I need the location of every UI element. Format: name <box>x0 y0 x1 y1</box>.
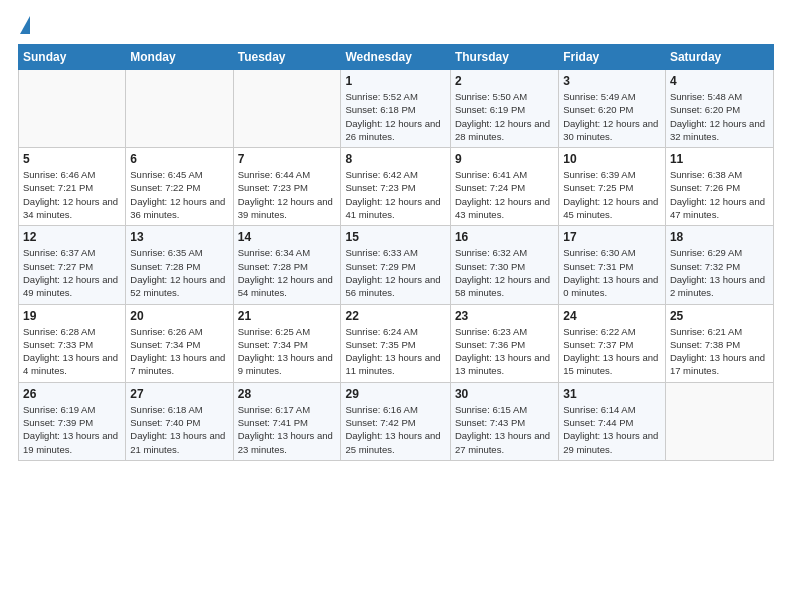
logo-text <box>18 16 30 34</box>
week-row-5: 26Sunrise: 6:19 AM Sunset: 7:39 PM Dayli… <box>19 382 774 460</box>
day-cell: 28Sunrise: 6:17 AM Sunset: 7:41 PM Dayli… <box>233 382 341 460</box>
day-number: 30 <box>455 387 554 401</box>
day-info: Sunrise: 6:35 AM Sunset: 7:28 PM Dayligh… <box>130 246 228 299</box>
weekday-header-sunday: Sunday <box>19 45 126 70</box>
day-cell: 12Sunrise: 6:37 AM Sunset: 7:27 PM Dayli… <box>19 226 126 304</box>
week-row-4: 19Sunrise: 6:28 AM Sunset: 7:33 PM Dayli… <box>19 304 774 382</box>
day-info: Sunrise: 6:15 AM Sunset: 7:43 PM Dayligh… <box>455 403 554 456</box>
logo <box>18 16 30 34</box>
day-number: 20 <box>130 309 228 323</box>
day-number: 16 <box>455 230 554 244</box>
day-cell: 4Sunrise: 5:48 AM Sunset: 6:20 PM Daylig… <box>665 70 773 148</box>
day-cell: 16Sunrise: 6:32 AM Sunset: 7:30 PM Dayli… <box>450 226 558 304</box>
day-cell <box>233 70 341 148</box>
day-number: 26 <box>23 387 121 401</box>
calendar: SundayMondayTuesdayWednesdayThursdayFrid… <box>18 44 774 461</box>
day-number: 7 <box>238 152 337 166</box>
weekday-header-monday: Monday <box>126 45 233 70</box>
logo-triangle-icon <box>20 16 30 34</box>
day-number: 19 <box>23 309 121 323</box>
weekday-header-thursday: Thursday <box>450 45 558 70</box>
weekday-header-wednesday: Wednesday <box>341 45 450 70</box>
day-info: Sunrise: 6:22 AM Sunset: 7:37 PM Dayligh… <box>563 325 661 378</box>
day-info: Sunrise: 6:34 AM Sunset: 7:28 PM Dayligh… <box>238 246 337 299</box>
day-cell: 23Sunrise: 6:23 AM Sunset: 7:36 PM Dayli… <box>450 304 558 382</box>
day-number: 25 <box>670 309 769 323</box>
day-number: 11 <box>670 152 769 166</box>
day-info: Sunrise: 6:28 AM Sunset: 7:33 PM Dayligh… <box>23 325 121 378</box>
day-cell: 30Sunrise: 6:15 AM Sunset: 7:43 PM Dayli… <box>450 382 558 460</box>
day-number: 12 <box>23 230 121 244</box>
day-cell: 21Sunrise: 6:25 AM Sunset: 7:34 PM Dayli… <box>233 304 341 382</box>
day-cell: 1Sunrise: 5:52 AM Sunset: 6:18 PM Daylig… <box>341 70 450 148</box>
day-info: Sunrise: 6:33 AM Sunset: 7:29 PM Dayligh… <box>345 246 445 299</box>
day-number: 18 <box>670 230 769 244</box>
day-info: Sunrise: 6:24 AM Sunset: 7:35 PM Dayligh… <box>345 325 445 378</box>
day-info: Sunrise: 6:21 AM Sunset: 7:38 PM Dayligh… <box>670 325 769 378</box>
day-cell: 26Sunrise: 6:19 AM Sunset: 7:39 PM Dayli… <box>19 382 126 460</box>
day-number: 5 <box>23 152 121 166</box>
day-info: Sunrise: 6:23 AM Sunset: 7:36 PM Dayligh… <box>455 325 554 378</box>
day-info: Sunrise: 6:41 AM Sunset: 7:24 PM Dayligh… <box>455 168 554 221</box>
day-number: 8 <box>345 152 445 166</box>
day-number: 10 <box>563 152 661 166</box>
weekday-header-friday: Friday <box>559 45 666 70</box>
week-row-1: 1Sunrise: 5:52 AM Sunset: 6:18 PM Daylig… <box>19 70 774 148</box>
day-info: Sunrise: 6:29 AM Sunset: 7:32 PM Dayligh… <box>670 246 769 299</box>
day-info: Sunrise: 6:18 AM Sunset: 7:40 PM Dayligh… <box>130 403 228 456</box>
day-cell: 19Sunrise: 6:28 AM Sunset: 7:33 PM Dayli… <box>19 304 126 382</box>
day-number: 22 <box>345 309 445 323</box>
day-cell: 3Sunrise: 5:49 AM Sunset: 6:20 PM Daylig… <box>559 70 666 148</box>
week-row-2: 5Sunrise: 6:46 AM Sunset: 7:21 PM Daylig… <box>19 148 774 226</box>
day-cell: 18Sunrise: 6:29 AM Sunset: 7:32 PM Dayli… <box>665 226 773 304</box>
day-cell: 7Sunrise: 6:44 AM Sunset: 7:23 PM Daylig… <box>233 148 341 226</box>
day-info: Sunrise: 6:26 AM Sunset: 7:34 PM Dayligh… <box>130 325 228 378</box>
day-info: Sunrise: 6:32 AM Sunset: 7:30 PM Dayligh… <box>455 246 554 299</box>
day-number: 9 <box>455 152 554 166</box>
day-number: 21 <box>238 309 337 323</box>
day-cell: 13Sunrise: 6:35 AM Sunset: 7:28 PM Dayli… <box>126 226 233 304</box>
day-cell: 8Sunrise: 6:42 AM Sunset: 7:23 PM Daylig… <box>341 148 450 226</box>
day-info: Sunrise: 6:38 AM Sunset: 7:26 PM Dayligh… <box>670 168 769 221</box>
day-number: 17 <box>563 230 661 244</box>
day-cell <box>126 70 233 148</box>
day-cell <box>19 70 126 148</box>
page: SundayMondayTuesdayWednesdayThursdayFrid… <box>0 0 792 612</box>
day-cell: 24Sunrise: 6:22 AM Sunset: 7:37 PM Dayli… <box>559 304 666 382</box>
weekday-header-saturday: Saturday <box>665 45 773 70</box>
day-info: Sunrise: 6:42 AM Sunset: 7:23 PM Dayligh… <box>345 168 445 221</box>
day-info: Sunrise: 6:17 AM Sunset: 7:41 PM Dayligh… <box>238 403 337 456</box>
day-number: 2 <box>455 74 554 88</box>
day-number: 4 <box>670 74 769 88</box>
day-cell: 17Sunrise: 6:30 AM Sunset: 7:31 PM Dayli… <box>559 226 666 304</box>
day-cell: 11Sunrise: 6:38 AM Sunset: 7:26 PM Dayli… <box>665 148 773 226</box>
day-number: 3 <box>563 74 661 88</box>
day-cell: 20Sunrise: 6:26 AM Sunset: 7:34 PM Dayli… <box>126 304 233 382</box>
day-cell: 2Sunrise: 5:50 AM Sunset: 6:19 PM Daylig… <box>450 70 558 148</box>
weekday-header-tuesday: Tuesday <box>233 45 341 70</box>
day-number: 27 <box>130 387 228 401</box>
day-number: 14 <box>238 230 337 244</box>
day-cell: 5Sunrise: 6:46 AM Sunset: 7:21 PM Daylig… <box>19 148 126 226</box>
week-row-3: 12Sunrise: 6:37 AM Sunset: 7:27 PM Dayli… <box>19 226 774 304</box>
day-cell: 31Sunrise: 6:14 AM Sunset: 7:44 PM Dayli… <box>559 382 666 460</box>
day-cell: 14Sunrise: 6:34 AM Sunset: 7:28 PM Dayli… <box>233 226 341 304</box>
day-number: 28 <box>238 387 337 401</box>
day-info: Sunrise: 6:14 AM Sunset: 7:44 PM Dayligh… <box>563 403 661 456</box>
day-cell: 15Sunrise: 6:33 AM Sunset: 7:29 PM Dayli… <box>341 226 450 304</box>
day-info: Sunrise: 6:37 AM Sunset: 7:27 PM Dayligh… <box>23 246 121 299</box>
day-cell: 29Sunrise: 6:16 AM Sunset: 7:42 PM Dayli… <box>341 382 450 460</box>
day-info: Sunrise: 6:16 AM Sunset: 7:42 PM Dayligh… <box>345 403 445 456</box>
day-number: 13 <box>130 230 228 244</box>
day-info: Sunrise: 6:39 AM Sunset: 7:25 PM Dayligh… <box>563 168 661 221</box>
day-cell: 9Sunrise: 6:41 AM Sunset: 7:24 PM Daylig… <box>450 148 558 226</box>
day-info: Sunrise: 6:25 AM Sunset: 7:34 PM Dayligh… <box>238 325 337 378</box>
day-info: Sunrise: 5:50 AM Sunset: 6:19 PM Dayligh… <box>455 90 554 143</box>
day-cell: 27Sunrise: 6:18 AM Sunset: 7:40 PM Dayli… <box>126 382 233 460</box>
day-cell: 25Sunrise: 6:21 AM Sunset: 7:38 PM Dayli… <box>665 304 773 382</box>
day-info: Sunrise: 5:48 AM Sunset: 6:20 PM Dayligh… <box>670 90 769 143</box>
day-cell: 6Sunrise: 6:45 AM Sunset: 7:22 PM Daylig… <box>126 148 233 226</box>
day-number: 23 <box>455 309 554 323</box>
header <box>18 16 774 34</box>
day-info: Sunrise: 6:19 AM Sunset: 7:39 PM Dayligh… <box>23 403 121 456</box>
